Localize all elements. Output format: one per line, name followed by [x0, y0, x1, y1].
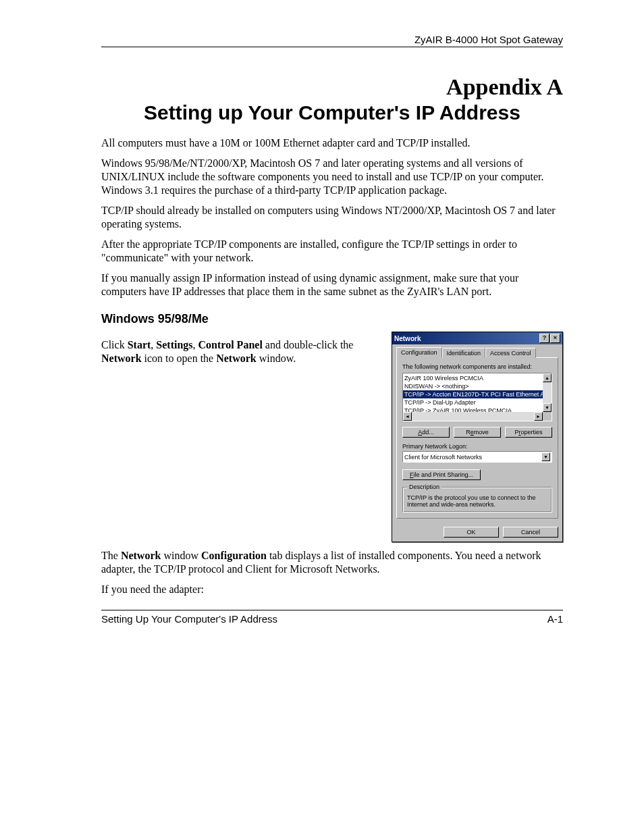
scroll-left-icon[interactable]: ◄ — [403, 412, 412, 421]
primary-logon-dropdown[interactable]: Client for Microsoft Networks ▼ — [402, 451, 552, 463]
network-dialog: Network ? × Configuration Identification… — [392, 332, 563, 542]
document-page: ZyAIR B-4000 Hot Spot Gateway Appendix A… — [0, 0, 644, 658]
page-number: A-1 — [547, 613, 563, 625]
list-item[interactable]: ZyAIR 100 Wireless PCMCIA — [403, 374, 552, 382]
header-bar: ZyAIR B-4000 Hot Spot Gateway — [101, 34, 563, 47]
footer-title: Setting Up Your Computer's IP Address — [101, 613, 277, 625]
list-item[interactable]: TCP/IP -> Dial-Up Adapter — [403, 398, 552, 407]
list-item[interactable]: NDISWAN -> <nothing> — [403, 382, 552, 390]
appendix-heading: Appendix A — [101, 74, 563, 100]
tab-panel-configuration: The following network components are ins… — [396, 357, 558, 519]
instruction-1: Click Start, Settings, Control Panel and… — [101, 338, 379, 365]
page-title: Setting up Your Computer's IP Address — [101, 101, 563, 124]
components-label: The following network components are ins… — [402, 363, 552, 370]
tab-row: Configuration Identification Access Cont… — [392, 344, 562, 357]
description-text: TCP/IP is the protocol you use to connec… — [407, 494, 547, 508]
vertical-scrollbar[interactable]: ▲ ▼ — [543, 373, 552, 412]
dialog-title: Network — [394, 335, 421, 342]
product-name: ZyAIR B-4000 Hot Spot Gateway — [414, 34, 563, 45]
primary-logon-label: Primary Network Logon: — [402, 443, 552, 450]
intro-paragraph-1: All computers must have a 10M or 100M Et… — [101, 136, 563, 150]
add-button[interactable]: AAdd...dd... — [402, 427, 450, 438]
tab-access-control[interactable]: Access Control — [485, 348, 536, 358]
intro-paragraph-3: TCP/IP should already be installed on co… — [101, 204, 563, 231]
scroll-down-icon[interactable]: ▼ — [543, 403, 552, 412]
description-groupbox: Description TCP/IP is the protocol you u… — [402, 487, 552, 513]
intro-paragraph-5: If you manually assign IP information in… — [101, 271, 563, 298]
intro-paragraph-2: Windows 95/98/Me/NT/2000/XP, Macintosh O… — [101, 157, 563, 197]
tab-configuration[interactable]: Configuration — [396, 347, 442, 358]
ok-button[interactable]: OK — [444, 527, 499, 538]
components-listbox[interactable]: ZyAIR 100 Wireless PCMCIA NDISWAN -> <no… — [402, 373, 552, 421]
scroll-up-icon[interactable]: ▲ — [543, 373, 552, 382]
properties-button[interactable]: Properties — [505, 427, 552, 438]
chevron-down-icon[interactable]: ▼ — [541, 452, 550, 461]
post-paragraph-2: If you need the adapter: — [101, 583, 563, 596]
remove-button[interactable]: Remove — [454, 427, 501, 438]
intro-paragraph-4: After the appropriate TCP/IP components … — [101, 238, 563, 265]
footer-bar: Setting Up Your Computer's IP Address A-… — [101, 610, 563, 625]
tab-identification[interactable]: Identification — [442, 348, 486, 358]
post-paragraph-1: The Network window Configuration tab dis… — [101, 549, 563, 576]
file-print-sharing-button[interactable]: File and Print Sharing... — [402, 469, 481, 480]
help-button[interactable]: ? — [539, 334, 549, 343]
description-title: Description — [407, 484, 441, 490]
instruction-row: Click Start, Settings, Control Panel and… — [101, 332, 563, 542]
list-item-selected[interactable]: TCP/IP -> Accton EN1207D-TX PCI Fast Eth… — [403, 390, 552, 398]
scroll-right-icon[interactable]: ► — [534, 412, 543, 421]
dialog-titlebar[interactable]: Network ? × — [392, 332, 562, 344]
cancel-button[interactable]: Cancel — [503, 527, 558, 538]
section-heading-windows: Windows 95/98/Me — [101, 312, 563, 326]
close-button[interactable]: × — [550, 334, 560, 343]
primary-logon-value: Client for Microsoft Networks — [404, 454, 482, 461]
scroll-corner — [543, 412, 552, 421]
horizontal-scrollbar[interactable]: ◄ ► — [403, 412, 543, 421]
